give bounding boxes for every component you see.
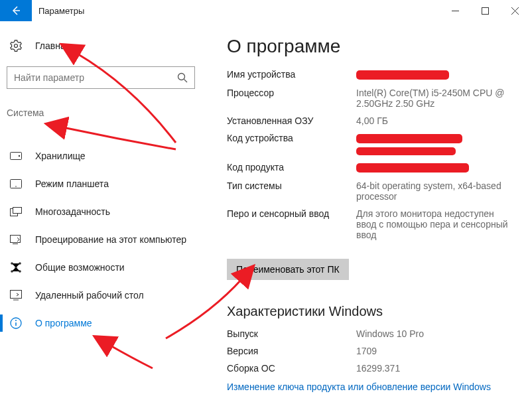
pen-touch-label: Перо и сенсорный ввод — [227, 208, 356, 219]
sidebar-item-remote[interactable]: Удаленный рабочий стол — [0, 281, 208, 309]
back-arrow-icon — [11, 5, 21, 16]
device-name-value — [356, 69, 517, 81]
product-key-link[interactable]: Изменение ключа продукта или обновление … — [227, 382, 517, 392]
search-input[interactable] — [14, 72, 177, 83]
page-title: О программе — [227, 36, 517, 57]
svg-point-16 — [15, 320, 17, 321]
product-id-label: Код продукта — [227, 162, 356, 173]
sidebar-item-label: О программе — [35, 318, 92, 328]
storage-icon — [10, 150, 22, 162]
sidebar-item-multitask[interactable]: Многозадачность — [0, 198, 208, 226]
svg-rect-7 — [13, 208, 22, 214]
pen-touch-value: Для этого монитора недоступен ввод с пом… — [356, 208, 517, 240]
svg-point-3 — [19, 155, 20, 157]
close-button[interactable] — [500, 0, 530, 21]
build-value: 16299.371 — [356, 363, 517, 374]
back-button[interactable] — [0, 0, 32, 21]
shared-icon — [10, 261, 22, 273]
system-type-value: 64-bit operating system, x64-based proce… — [356, 180, 517, 202]
sidebar-item-tablet[interactable]: Режим планшета — [0, 170, 208, 198]
svg-point-1 — [178, 74, 185, 80]
category-label: Система — [0, 104, 208, 122]
ram-value: 4,00 ГБ — [356, 115, 517, 126]
sidebar-item-about[interactable]: О программе — [0, 309, 208, 337]
sidebar-item-label: Многозадачность — [35, 206, 110, 217]
maximize-icon — [482, 7, 489, 15]
build-label: Сборка ОС — [227, 363, 356, 374]
home-label: Главная — [35, 40, 70, 51]
processor-value: Intel(R) Core(TM) i5-2450M CPU @ 2.50GHz… — [356, 88, 517, 109]
svg-rect-0 — [482, 7, 489, 14]
sidebar-item-storage[interactable]: Хранилище — [0, 142, 208, 170]
windows-specs-heading: Характеристики Windows — [227, 304, 517, 319]
version-label: Версия — [227, 346, 356, 356]
rename-pc-button[interactable]: Переименовать этот ПК — [227, 259, 349, 280]
search-input-container[interactable] — [7, 66, 195, 89]
ram-label: Установленная ОЗУ — [227, 115, 356, 126]
sidebar-item-label: Проецирование на этот компьютер — [35, 234, 186, 245]
svg-point-5 — [15, 186, 17, 187]
sidebar-item-label: Общие возможности — [35, 262, 125, 273]
titlebar-spacer — [84, 0, 440, 21]
sidebar-item-label: Удаленный рабочий стол — [35, 290, 144, 301]
sidebar-item-shared[interactable]: Общие возможности — [0, 253, 208, 281]
svg-rect-14 — [11, 291, 22, 299]
edition-value: Windows 10 Pro — [356, 328, 517, 339]
close-icon — [511, 7, 519, 15]
version-value: 1709 — [356, 346, 517, 356]
multitask-icon — [10, 206, 22, 218]
sidebar-item-projecting[interactable]: Проецирование на этот компьютер — [0, 226, 208, 253]
projecting-icon — [10, 234, 22, 245]
system-type-label: Тип системы — [227, 180, 356, 191]
minimize-icon — [452, 7, 459, 15]
info-icon — [10, 317, 22, 329]
sidebar-item-label: Режим планшета — [35, 178, 109, 189]
processor-label: Процессор — [227, 88, 356, 98]
minimize-button[interactable] — [440, 0, 470, 21]
search-icon — [177, 72, 188, 83]
remote-icon — [10, 289, 22, 301]
window-title: Параметры — [32, 0, 84, 21]
sidebar-item-label: Хранилище — [35, 151, 86, 161]
tablet-icon — [10, 178, 22, 190]
device-name-label: Имя устройства — [227, 69, 356, 80]
home-link[interactable]: Главная — [0, 35, 208, 57]
device-id-value — [356, 133, 517, 155]
maximize-button[interactable] — [470, 0, 500, 21]
product-id-value — [356, 162, 517, 174]
device-id-label: Код устройства — [227, 133, 356, 143]
gear-icon — [10, 40, 22, 52]
edition-label: Выпуск — [227, 328, 356, 339]
